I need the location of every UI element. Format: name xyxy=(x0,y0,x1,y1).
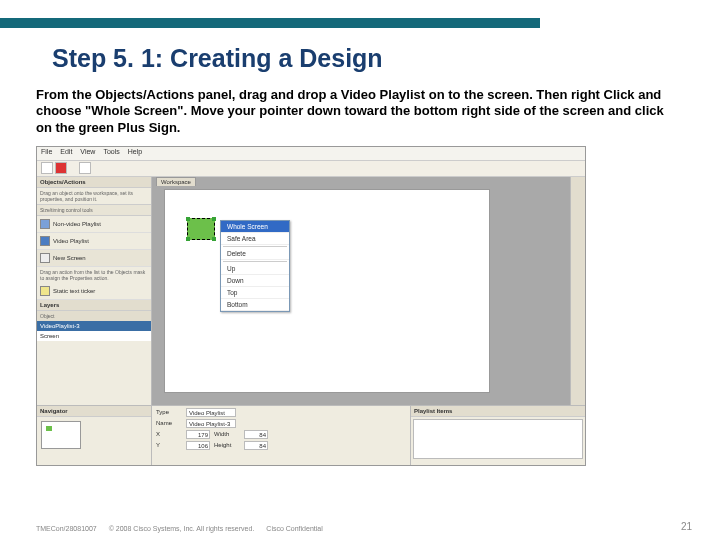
toolbar-button[interactable] xyxy=(41,162,53,174)
layer-row[interactable]: Screen xyxy=(37,331,151,341)
playlist-icon xyxy=(40,219,50,229)
prop-x[interactable]: 179 xyxy=(186,430,210,439)
resize-handle[interactable] xyxy=(186,237,190,241)
ctx-delete[interactable]: Delete xyxy=(221,248,289,260)
sidebar: Objects/Actions Drag an object onto the … xyxy=(37,177,152,405)
playlist-panel: Playlist Items xyxy=(410,406,585,465)
layers-header: Layers xyxy=(37,300,151,311)
ctx-top[interactable]: Top xyxy=(221,287,289,299)
playlist-list[interactable] xyxy=(413,419,583,459)
playlist-header: Playlist Items xyxy=(411,406,585,417)
object-video[interactable]: Video Playlist xyxy=(37,233,151,250)
ctx-up[interactable]: Up xyxy=(221,263,289,275)
resize-handle[interactable] xyxy=(212,237,216,241)
menu-help[interactable]: Help xyxy=(128,148,142,159)
slide-content: Step 5. 1: Creating a Design From the Ob… xyxy=(36,44,680,466)
actions-hint: Drag an action from the list to the Obje… xyxy=(37,267,151,283)
navigator-panel: Navigator xyxy=(37,406,152,465)
object-nonvideo[interactable]: Non-video Playlist xyxy=(37,216,151,233)
context-menu: Whole Screen Safe Area Delete Up Down To… xyxy=(220,220,290,312)
canvas[interactable]: Whole Screen Safe Area Delete Up Down To… xyxy=(164,189,490,393)
ticker-icon xyxy=(40,286,50,296)
menu-bar: File Edit View Tools Help xyxy=(37,147,585,161)
objects-header: Objects/Actions xyxy=(37,177,151,188)
slide-body: From the Objects/Actions panel, drag and… xyxy=(36,87,680,136)
navigator-header: Navigator xyxy=(37,406,151,417)
prop-label: Width xyxy=(214,431,240,437)
workspace-tab[interactable]: Workspace xyxy=(156,177,196,186)
ctx-bottom[interactable]: Bottom xyxy=(221,299,289,311)
resize-handle[interactable] xyxy=(212,217,216,221)
layer-row[interactable]: VideoPlaylist-3 xyxy=(37,321,151,331)
menu-file[interactable]: File xyxy=(41,148,52,159)
ticker-item[interactable]: Static text ticker xyxy=(37,283,151,300)
layers-col: Object xyxy=(37,311,151,321)
ctx-safe-area[interactable]: Safe Area xyxy=(221,233,289,245)
prop-type: Video Playlist xyxy=(186,408,236,417)
navigator-thumb[interactable] xyxy=(41,421,81,449)
separator xyxy=(223,246,287,247)
toolbar xyxy=(37,161,585,177)
resize-handle[interactable] xyxy=(186,217,190,221)
page-number: 21 xyxy=(681,521,692,532)
separator xyxy=(223,261,287,262)
footer-copyright: © 2008 Cisco Systems, Inc. All rights re… xyxy=(109,525,255,532)
footer-confidential: Cisco Confidential xyxy=(266,525,322,532)
menu-view[interactable]: View xyxy=(80,148,95,159)
prop-name[interactable]: Video Playlist-3 xyxy=(186,419,236,428)
app-screenshot: File Edit View Tools Help Objects/Action… xyxy=(36,146,586,466)
ctx-down[interactable]: Down xyxy=(221,275,289,287)
prop-y[interactable]: 106 xyxy=(186,441,210,450)
properties-panel: TypeVideo Playlist NameVideo Playlist-3 … xyxy=(152,406,410,465)
bottom-panels: Navigator TypeVideo Playlist NameVideo P… xyxy=(37,405,585,465)
screen-icon xyxy=(40,253,50,263)
footer-ref: TMECon/28081007 xyxy=(36,525,97,532)
toolbar-button[interactable] xyxy=(79,162,91,174)
new-screen[interactable]: New Screen xyxy=(37,250,151,267)
footer: TMECon/28081007 © 2008 Cisco Systems, In… xyxy=(36,521,692,532)
workspace: Workspace Whole Screen Safe Area Delete xyxy=(152,177,570,405)
playlist-icon xyxy=(40,236,50,246)
prop-label: Y xyxy=(156,442,182,448)
toolbar-button[interactable] xyxy=(55,162,67,174)
prop-label: Height xyxy=(214,442,240,448)
prop-h[interactable]: 84 xyxy=(244,441,268,450)
prop-label: Type xyxy=(156,409,182,415)
selected-object[interactable] xyxy=(187,218,215,240)
ctx-whole-screen[interactable]: Whole Screen xyxy=(221,221,289,233)
menu-tools[interactable]: Tools xyxy=(103,148,119,159)
right-gutter xyxy=(570,177,585,405)
prop-w[interactable]: 84 xyxy=(244,430,268,439)
slide-title: Step 5. 1: Creating a Design xyxy=(52,44,680,73)
menu-edit[interactable]: Edit xyxy=(60,148,72,159)
sub-header: Size/timing control tools xyxy=(37,204,151,216)
prop-label: Name xyxy=(156,420,182,426)
objects-hint: Drag an object onto the workspace, set i… xyxy=(37,188,151,204)
header-rule xyxy=(0,18,540,28)
layers-panel: Layers Object VideoPlaylist-3 Screen xyxy=(37,300,151,405)
prop-label: X xyxy=(156,431,182,437)
